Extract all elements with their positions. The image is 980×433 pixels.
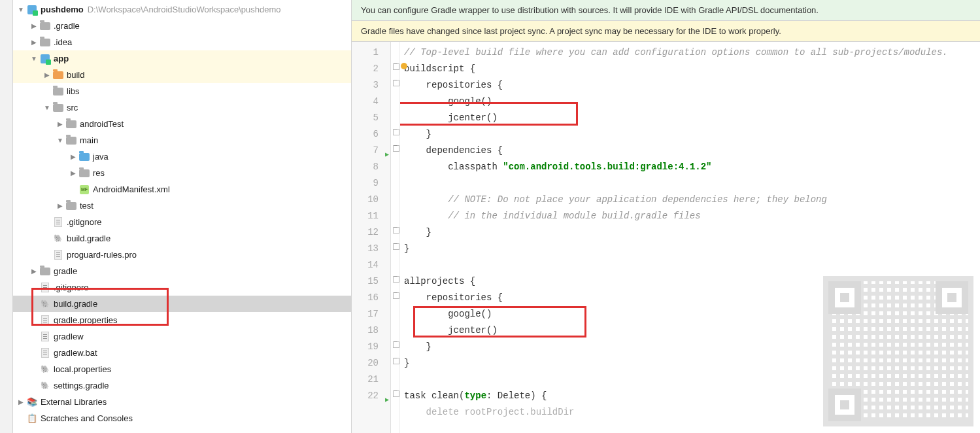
gradle-icon bbox=[52, 233, 64, 245]
banner-text: You can configure Gradle wrapper to use … bbox=[361, 5, 819, 15]
line-number: 21 bbox=[352, 372, 390, 388]
chevron-down-icon[interactable] bbox=[16, 6, 26, 13]
line-number: 19 bbox=[352, 339, 390, 355]
chevron-right-icon[interactable] bbox=[29, 22, 39, 29]
tree-app[interactable]: app bbox=[13, 50, 351, 67]
tree-gradle-dir[interactable]: .gradle bbox=[13, 18, 351, 34]
line-number-gutter: 1 2 3 4 5 6 7▶ 8 9 10 11 12 13 14 15 16 … bbox=[352, 42, 391, 433]
line-number: 13 bbox=[352, 241, 390, 257]
tree-libs[interactable]: libs bbox=[13, 83, 351, 99]
line-number: 16 bbox=[352, 290, 390, 306]
line-number: 18 bbox=[352, 322, 390, 339]
tree-idea-dir[interactable]: .idea bbox=[13, 34, 351, 50]
project-path: D:\Workspace\AndroidStudioWorkspace\push… bbox=[88, 5, 281, 14]
editor-panel: You can configure Gradle wrapper to use … bbox=[352, 0, 980, 433]
tree-local-properties[interactable]: local.properties bbox=[13, 361, 351, 377]
scratch-icon: 📋 bbox=[26, 413, 38, 424]
fold-icon[interactable] bbox=[391, 336, 399, 353]
fold-icon[interactable] bbox=[391, 222, 399, 238]
fold-icon[interactable] bbox=[391, 238, 399, 254]
chevron-right-icon[interactable] bbox=[68, 153, 78, 160]
tree-proguard[interactable]: proguard-rules.pro bbox=[13, 247, 351, 263]
tree-res[interactable]: res bbox=[13, 165, 351, 181]
module-icon bbox=[39, 53, 51, 65]
fold-icon[interactable] bbox=[391, 271, 399, 287]
tree-test[interactable]: test bbox=[13, 198, 351, 214]
line-number: 9 bbox=[352, 175, 390, 192]
code-content[interactable]: // Top-level build file where you can ad… bbox=[400, 42, 980, 433]
folder-icon bbox=[65, 200, 77, 212]
manifest-icon: MF bbox=[78, 184, 90, 196]
tree-build-gradle-root[interactable]: build.gradle bbox=[13, 296, 351, 312]
fold-icon[interactable] bbox=[391, 140, 399, 156]
fold-icon[interactable] bbox=[391, 385, 399, 402]
chevron-down-icon[interactable] bbox=[55, 137, 65, 144]
line-number: 5 bbox=[352, 110, 390, 126]
line-number: 12 bbox=[352, 224, 390, 241]
tree-src[interactable]: src bbox=[13, 99, 351, 116]
line-number: 3 bbox=[352, 77, 390, 94]
tree-androidtest[interactable]: androidTest bbox=[13, 116, 351, 132]
line-number: 20 bbox=[352, 355, 390, 372]
fold-icon[interactable] bbox=[391, 353, 399, 369]
tree-gitignore-app[interactable]: .gitignore bbox=[13, 214, 351, 230]
tree-java[interactable]: java bbox=[13, 148, 351, 165]
gradle-icon bbox=[39, 298, 51, 310]
tree-gitignore-root[interactable]: .gitignore bbox=[13, 279, 351, 296]
line-number: 7▶ bbox=[352, 143, 390, 159]
chevron-down-icon[interactable] bbox=[29, 55, 39, 62]
banner-gradle-wrapper[interactable]: You can configure Gradle wrapper to use … bbox=[352, 0, 980, 21]
line-number: 14 bbox=[352, 257, 390, 273]
fold-icon[interactable] bbox=[391, 124, 399, 140]
fold-icon[interactable] bbox=[391, 75, 399, 91]
tree-build[interactable]: build bbox=[13, 67, 351, 83]
warning-indicator-icon bbox=[401, 63, 407, 69]
tree-scratches[interactable]: 📋 Scratches and Consoles bbox=[13, 410, 351, 426]
fold-strip bbox=[391, 42, 400, 433]
chevron-right-icon[interactable] bbox=[16, 398, 26, 406]
tree-external-libs[interactable]: 📚 External Libraries bbox=[13, 394, 351, 410]
line-number: 2 bbox=[352, 61, 390, 77]
folder-icon bbox=[52, 69, 64, 81]
line-number: 4 bbox=[352, 94, 390, 110]
line-number: 22▶ bbox=[352, 388, 390, 404]
project-tree-panel: pushdemo D:\Workspace\AndroidStudioWorks… bbox=[13, 0, 352, 433]
tree-root[interactable]: pushdemo D:\Workspace\AndroidStudioWorks… bbox=[13, 1, 351, 18]
line-number: 17 bbox=[352, 306, 390, 322]
chevron-right-icon[interactable] bbox=[42, 71, 52, 78]
tree-gradlew[interactable]: gradlew bbox=[13, 328, 351, 345]
tree-gradlew-bat[interactable]: gradlew.bat bbox=[13, 345, 351, 361]
chevron-right-icon[interactable] bbox=[55, 202, 65, 209]
chevron-right-icon[interactable] bbox=[29, 268, 39, 275]
gradle-icon bbox=[39, 364, 51, 375]
file-icon bbox=[39, 347, 51, 359]
file-icon bbox=[39, 315, 51, 326]
tree-gradle-properties[interactable]: gradle.properties bbox=[13, 312, 351, 328]
tree-build-gradle-app[interactable]: build.gradle bbox=[13, 230, 351, 247]
file-icon bbox=[39, 331, 51, 343]
code-editor[interactable]: 1 2 3 4 5 6 7▶ 8 9 10 11 12 13 14 15 16 … bbox=[352, 42, 980, 433]
folder-icon bbox=[78, 151, 90, 163]
banner-gradle-sync[interactable]: Gradle files have changed since last pro… bbox=[352, 21, 980, 42]
folder-icon bbox=[39, 37, 51, 48]
tree-gradle-folder[interactable]: gradle bbox=[13, 263, 351, 279]
chevron-right-icon[interactable] bbox=[68, 169, 78, 177]
file-icon bbox=[52, 249, 64, 261]
folder-icon bbox=[78, 167, 90, 179]
line-number: 15 bbox=[352, 273, 390, 290]
chevron-right-icon[interactable] bbox=[55, 120, 65, 128]
chevron-right-icon[interactable] bbox=[29, 39, 39, 46]
run-gutter-icon[interactable]: ▶ bbox=[385, 392, 389, 408]
tool-window-strip[interactable] bbox=[0, 0, 13, 433]
folder-icon bbox=[39, 20, 51, 32]
folder-icon bbox=[39, 266, 51, 277]
fold-icon[interactable] bbox=[391, 287, 399, 303]
tree-settings-gradle[interactable]: settings.gradle bbox=[13, 377, 351, 394]
folder-icon bbox=[52, 86, 64, 97]
gradle-icon bbox=[39, 380, 51, 392]
line-number: 6 bbox=[352, 126, 390, 143]
tree-main[interactable]: main bbox=[13, 132, 351, 148]
tree-manifest[interactable]: MF AndroidManifest.xml bbox=[13, 181, 351, 198]
chevron-down-icon[interactable] bbox=[42, 104, 52, 111]
fold-icon[interactable] bbox=[391, 58, 399, 75]
